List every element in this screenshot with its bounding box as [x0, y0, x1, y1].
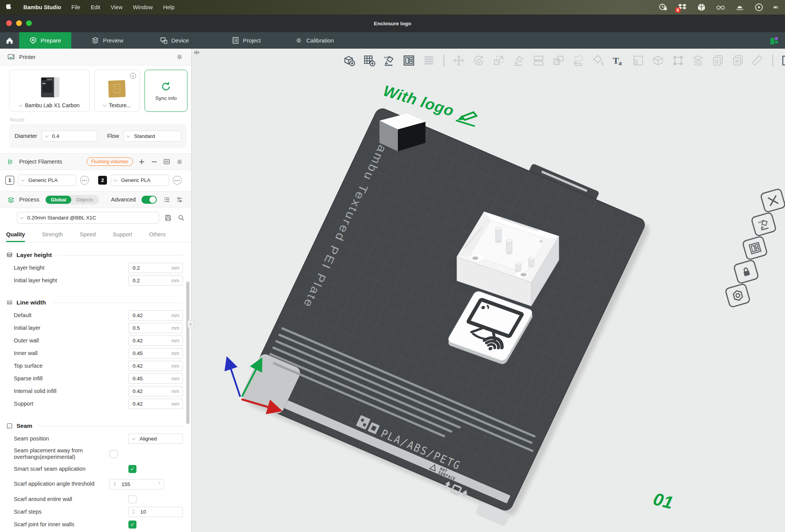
- filament-settings-gear-icon[interactable]: [175, 157, 184, 166]
- spinner-arrows-icon[interactable]: ∧∨: [129, 509, 136, 514]
- flushing-volumes-button[interactable]: Flushing volumes: [87, 157, 133, 166]
- document-zero-icon[interactable]: [711, 54, 725, 67]
- play-circle-icon[interactable]: [754, 3, 764, 12]
- advanced-toggle[interactable]: [141, 196, 157, 204]
- plate-type-card[interactable]: i Texture...: [94, 70, 140, 112]
- compare-preset-icon[interactable]: [175, 195, 184, 204]
- sync-icon: [160, 81, 172, 92]
- initial-layer-line-width-input[interactable]: 0.5mm: [128, 323, 183, 333]
- save-preset-icon[interactable]: [164, 214, 172, 222]
- tab-prepare[interactable]: Prepare: [19, 32, 71, 49]
- flow-select[interactable]: Standard: [123, 131, 181, 142]
- tab-speed[interactable]: Speed: [80, 228, 96, 242]
- tab-quality[interactable]: Quality: [6, 228, 25, 242]
- scope-toggle[interactable]: Global Objects: [45, 195, 99, 205]
- filament-1-index[interactable]: 1: [5, 176, 14, 185]
- filament-2-select[interactable]: Generic PLA: [111, 175, 169, 186]
- auto-orient-icon[interactable]: [382, 54, 396, 67]
- build-plate[interactable]: Bambu Textured PEI Plate PLA/ABS/PE: [234, 99, 653, 527]
- support-line-width-input[interactable]: 0.42mm: [128, 399, 183, 409]
- rotate-icon[interactable]: [472, 54, 486, 67]
- process-preset-select[interactable]: 0.20mm Standard @BBL X1C: [17, 212, 159, 224]
- split-to-parts-icon[interactable]: [552, 54, 565, 67]
- tab-calibration[interactable]: Calibration: [285, 32, 344, 49]
- text-tool-icon[interactable]: [611, 54, 625, 67]
- assembly-view-icon[interactable]: [781, 54, 785, 67]
- viewport-3d-scene[interactable]: Bambu Textured PEI Plate PLA/ABS/PE: [192, 49, 785, 532]
- menu-file[interactable]: File: [71, 4, 80, 10]
- menu-help[interactable]: Help: [163, 4, 174, 10]
- scope-objects[interactable]: Objects: [71, 196, 98, 204]
- add-model-icon[interactable]: [342, 54, 356, 67]
- arrange-icon[interactable]: [402, 54, 416, 67]
- cut-icon[interactable]: [651, 54, 665, 67]
- screen-time-icon[interactable]: [659, 3, 668, 12]
- info-icon[interactable]: i: [130, 73, 136, 79]
- menu-window[interactable]: Window: [133, 4, 153, 10]
- add-plate-icon[interactable]: [362, 54, 376, 67]
- scarf-entire-wall-checkbox[interactable]: [128, 495, 136, 503]
- glasses-icon[interactable]: [716, 3, 725, 12]
- scarf-joint-checkbox[interactable]: ✓: [128, 521, 136, 529]
- layers-list-icon[interactable]: [422, 54, 436, 67]
- smart-scarf-checkbox[interactable]: ✓: [128, 465, 136, 473]
- tab-preview[interactable]: Preview: [81, 32, 133, 49]
- ams-sync-icon[interactable]: [163, 157, 171, 166]
- color-paint-icon[interactable]: [591, 54, 605, 67]
- search-icon[interactable]: [177, 214, 185, 222]
- dropbox-icon[interactable]: 6: [678, 3, 687, 12]
- lay-on-face-icon[interactable]: [512, 54, 526, 67]
- filament-2-more-icon[interactable]: •••: [173, 176, 182, 185]
- tab-strength[interactable]: Strength: [42, 228, 63, 242]
- sync-info-button[interactable]: Sync info: [145, 70, 187, 112]
- tab-support[interactable]: Support: [113, 228, 132, 242]
- tab-device[interactable]: Device: [150, 32, 199, 49]
- mesh-edit-icon[interactable]: [572, 54, 585, 67]
- move-icon[interactable]: [452, 54, 466, 67]
- variable-layer-height-icon[interactable]: [631, 54, 645, 67]
- spinner-arrows-icon[interactable]: ∧∨: [110, 482, 118, 487]
- add-filament-button[interactable]: [137, 157, 146, 166]
- cube-icon[interactable]: [697, 3, 706, 12]
- seam-overhang-checkbox[interactable]: [110, 450, 118, 458]
- layer-height-input[interactable]: 0.2mm: [128, 263, 183, 273]
- plate-layout-icon[interactable]: [769, 32, 785, 49]
- seam-position-select[interactable]: Aligned: [128, 434, 183, 444]
- filament-2-index[interactable]: 2: [98, 176, 107, 185]
- support-paint-icon[interactable]: [691, 54, 705, 67]
- scarf-angle-input[interactable]: ∧∨155°: [110, 479, 164, 489]
- document-p-icon[interactable]: [731, 54, 745, 67]
- minimize-window-button[interactable]: [16, 20, 22, 26]
- sparse-infill-line-width-input[interactable]: 0.45mm: [128, 373, 183, 384]
- measure-icon[interactable]: [751, 54, 765, 67]
- seam-paint-icon[interactable]: [671, 54, 685, 67]
- panel-scrollbar[interactable]: [186, 282, 189, 424]
- top-surface-line-width-input[interactable]: 0.42mm: [128, 361, 183, 371]
- app-menu-title[interactable]: Bambu Studio: [23, 4, 61, 10]
- scarf-steps-input[interactable]: ∧∨10: [128, 507, 183, 517]
- printer-settings-gear-icon[interactable]: [175, 53, 184, 61]
- close-window-button[interactable]: [6, 20, 12, 26]
- menu-view[interactable]: View: [111, 4, 123, 10]
- split-to-objects-icon[interactable]: [532, 54, 545, 67]
- scale-icon[interactable]: [492, 54, 506, 67]
- printer-card[interactable]: Bambu Lab X1 Carbon: [9, 70, 90, 112]
- remove-filament-button[interactable]: [150, 157, 158, 166]
- scope-global[interactable]: Global: [46, 196, 71, 204]
- initial-layer-height-input[interactable]: 0.2mm: [128, 275, 183, 286]
- inner-wall-line-width-input[interactable]: 0.45mm: [128, 348, 183, 358]
- internal-solid-infill-line-width-input[interactable]: 0.42mm: [128, 386, 183, 396]
- default-line-width-input[interactable]: 0.42mm: [128, 310, 183, 321]
- privacy-hat-icon[interactable]: [735, 3, 744, 12]
- menu-edit[interactable]: Edit: [91, 4, 100, 10]
- outer-wall-line-width-input[interactable]: 0.42mm: [128, 336, 183, 346]
- home-button[interactable]: [0, 32, 19, 49]
- filament-1-select[interactable]: Generic PLA: [18, 175, 76, 186]
- detail-list-icon[interactable]: [163, 195, 171, 204]
- diameter-select[interactable]: 0.4: [42, 131, 97, 142]
- tab-others[interactable]: Others: [149, 228, 166, 242]
- apple-logo-icon[interactable]: [6, 3, 13, 11]
- filament-1-more-icon[interactable]: •••: [80, 176, 89, 185]
- tab-project[interactable]: Project: [222, 32, 271, 49]
- zoom-window-button[interactable]: [26, 20, 32, 26]
